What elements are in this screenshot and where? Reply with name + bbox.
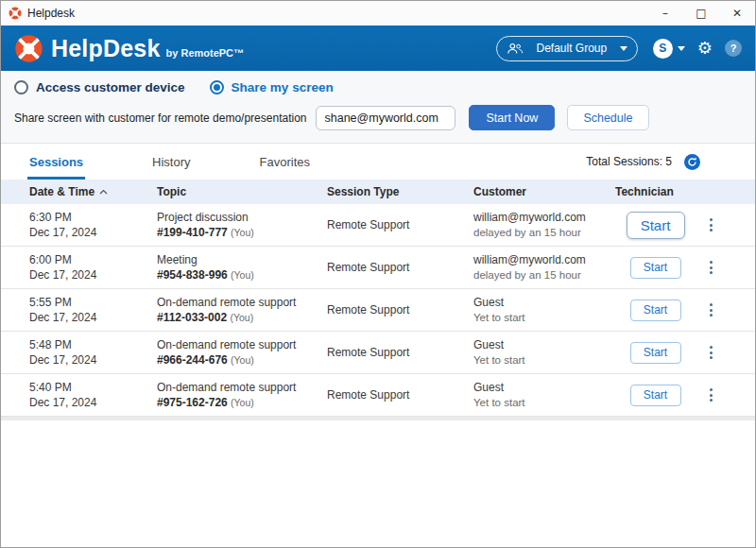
session-row: 5:55 PMDec 17, 2024 On-demand remote sup… [1, 289, 755, 332]
brand-byline: by RemotePC™ [166, 47, 245, 59]
group-selector-dropdown[interactable]: Default Group [496, 36, 638, 61]
session-topic: On-demand remote support #112-033-002 (Y… [157, 295, 327, 325]
start-session-button[interactable]: Start [630, 300, 681, 321]
share-screen-label: Share screen with customer for remote de… [14, 111, 306, 125]
session-type: Remote Support [327, 260, 473, 275]
column-date-time[interactable]: Date & Time [29, 185, 157, 198]
app-header: HelpDesk by RemotePC™ Default Group S ⚙ [1, 26, 755, 71]
avatar[interactable]: S [653, 39, 673, 59]
sort-ascending-icon [99, 189, 108, 195]
share-screen-row: Share screen with customer for remote de… [14, 105, 742, 130]
session-datetime: 5:55 PMDec 17, 2024 [29, 295, 157, 325]
row-menu-kebab-icon[interactable] [702, 385, 721, 405]
account-chevron-down-icon [678, 46, 685, 51]
session-type: Remote Support [327, 302, 473, 317]
help-icon[interactable]: ? [725, 40, 742, 57]
account-menu[interactable]: S [653, 39, 685, 59]
customer-email-input[interactable] [316, 106, 455, 130]
column-session-type[interactable]: Session Type [327, 185, 473, 198]
schedule-button[interactable]: Schedule [567, 105, 648, 130]
session-type: Remote Support [327, 345, 473, 360]
session-customer: GuestYet to start [473, 295, 615, 325]
session-row: 5:40 PMDec 17, 2024 On-demand remote sup… [1, 374, 755, 417]
chevron-down-icon [620, 46, 627, 51]
share-my-screen-radio[interactable] [210, 80, 224, 94]
header-actions: S ⚙ ? [653, 39, 742, 59]
start-session-button[interactable]: Start [630, 257, 681, 279]
session-type: Remote Support [327, 387, 473, 402]
session-row: 5:48 PMDec 17, 2024 On-demand remote sup… [1, 332, 755, 374]
tab-favorites[interactable]: Favorites [260, 144, 310, 180]
access-customer-device-label[interactable]: Access customer device [36, 80, 185, 94]
row-menu-kebab-icon[interactable] [702, 214, 721, 235]
start-session-button[interactable]: Start [630, 385, 681, 406]
app-window: Helpdesk – □ ✕ HelpDesk by RemotePC™ [0, 0, 756, 548]
start-session-button[interactable]: Start [630, 342, 681, 364]
tab-bar: Sessions History Favorites Total Session… [1, 144, 755, 180]
tab-sessions[interactable]: Sessions [29, 144, 83, 180]
session-datetime: 6:30 PMDec 17, 2024 [29, 210, 157, 240]
session-setup-panel: Access customer device Share my screen S… [1, 71, 755, 144]
column-topic[interactable]: Topic [157, 185, 327, 198]
maximize-button[interactable]: □ [683, 1, 719, 26]
session-topic: On-demand remote support #975-162-726 (Y… [157, 380, 327, 410]
empty-area [1, 420, 755, 547]
row-menu-kebab-icon[interactable] [702, 257, 721, 278]
session-topic: Meeting #954-838-996 (You) [157, 252, 327, 283]
session-row: 6:30 PMDec 17, 2024 Project discussion #… [1, 204, 755, 247]
group-selector-value: Default Group [531, 42, 612, 55]
session-topic: On-demand remote support #966-244-676 (Y… [157, 337, 327, 368]
session-type: Remote Support [327, 217, 473, 232]
start-session-button[interactable]: Start [627, 212, 685, 239]
session-datetime: 5:48 PMDec 17, 2024 [29, 337, 157, 368]
brand: HelpDesk by RemotePC™ [14, 34, 496, 63]
minimize-button[interactable]: – [647, 1, 683, 26]
start-now-button[interactable]: Start Now [469, 105, 555, 130]
total-sessions-count: Total Sessions: 5 [586, 155, 672, 168]
table-header: Date & Time Topic Session Type Customer … [1, 180, 755, 204]
session-customer: william@myworld.comdelayed by an 15 hour [473, 252, 615, 283]
refresh-icon[interactable] [684, 154, 700, 170]
title-bar: Helpdesk – □ ✕ [1, 1, 755, 26]
session-datetime: 5:40 PMDec 17, 2024 [29, 380, 157, 410]
close-button[interactable]: ✕ [719, 1, 755, 26]
column-customer[interactable]: Customer [473, 185, 615, 198]
session-row: 6:00 PMDec 17, 2024 Meeting #954-838-996… [1, 247, 755, 289]
app-lifebuoy-icon [9, 7, 22, 20]
row-menu-kebab-icon[interactable] [702, 300, 721, 320]
group-people-icon [507, 43, 524, 55]
share-my-screen-label[interactable]: Share my screen [232, 80, 334, 94]
column-technician[interactable]: Technician [615, 185, 696, 198]
window-title: Helpdesk [27, 7, 647, 20]
session-customer: GuestYet to start [473, 380, 615, 410]
session-datetime: 6:00 PMDec 17, 2024 [29, 252, 157, 283]
brand-title: HelpDesk [51, 35, 161, 62]
settings-gear-icon[interactable]: ⚙ [697, 40, 713, 57]
helpdesk-lifebuoy-icon [14, 34, 43, 63]
mode-selector: Access customer device Share my screen [14, 80, 742, 94]
tab-history[interactable]: History [152, 144, 190, 180]
row-menu-kebab-icon[interactable] [702, 342, 721, 363]
session-customer: william@myworld.comdelayed by an 15 hour [473, 210, 615, 240]
session-topic: Project discussion #199-410-777 (You) [157, 210, 327, 240]
session-customer: GuestYet to start [473, 337, 615, 368]
access-customer-device-radio[interactable] [14, 80, 28, 94]
